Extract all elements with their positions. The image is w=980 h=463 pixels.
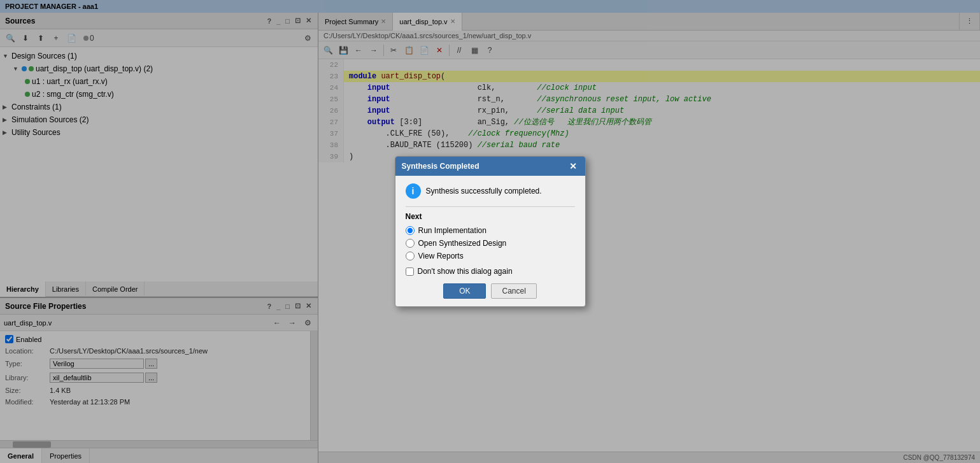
dialog-message: Synthesis successfully completed. (426, 187, 542, 196)
radio-run-impl[interactable]: Run Implementation (406, 226, 575, 235)
dont-show-label: Don't show this dialog again (418, 267, 513, 276)
radio-open-synth-input[interactable] (406, 239, 415, 248)
dialog-title-bar: Synthesis Completed ✕ (395, 157, 585, 176)
dialog-separator (406, 206, 575, 207)
modal-overlay: Synthesis Completed ✕ i Synthesis succes… (0, 0, 980, 463)
dialog-title: Synthesis Completed (402, 162, 479, 171)
radio-group: Run Implementation Open Synthesized Desi… (406, 226, 575, 260)
dont-show-row: Don't show this dialog again (406, 267, 575, 276)
dialog-info-row: i Synthesis successfully completed. (406, 183, 575, 199)
dialog-ok-btn[interactable]: OK (443, 283, 486, 299)
radio-open-synth-label: Open Synthesized Design (418, 239, 507, 248)
dialog-cancel-btn[interactable]: Cancel (491, 283, 536, 299)
dialog-body: i Synthesis successfully completed. Next… (395, 176, 585, 306)
synthesis-dialog: Synthesis Completed ✕ i Synthesis succes… (395, 156, 586, 307)
radio-open-synth[interactable]: Open Synthesized Design (406, 239, 575, 248)
radio-run-impl-label: Run Implementation (418, 226, 486, 235)
dialog-next-label: Next (406, 212, 575, 221)
radio-view-reports[interactable]: View Reports (406, 252, 575, 260)
radio-view-reports-label: View Reports (418, 252, 464, 260)
dialog-buttons: OK Cancel (406, 283, 575, 299)
info-icon: i (406, 183, 421, 199)
dont-show-checkbox[interactable] (406, 267, 414, 276)
radio-run-impl-input[interactable] (406, 226, 415, 235)
dialog-close-btn[interactable]: ✕ (567, 160, 579, 172)
radio-view-reports-input[interactable] (406, 252, 415, 260)
